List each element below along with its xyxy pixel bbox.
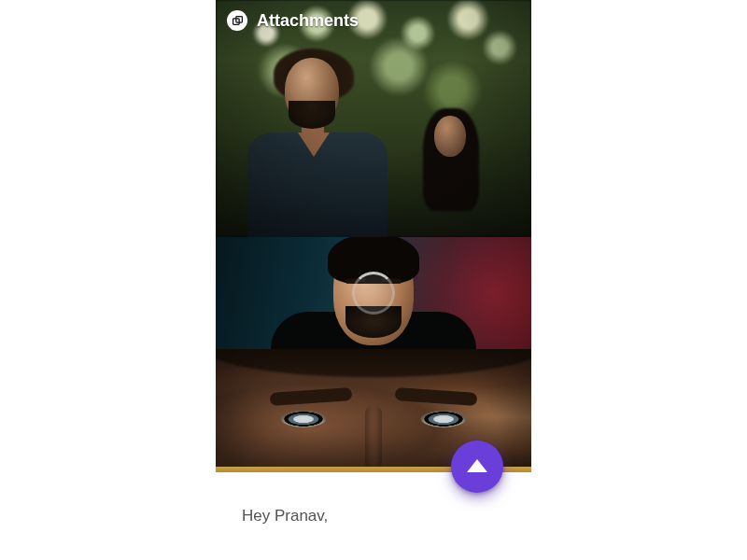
attachment-photo-2[interactable]: [216, 237, 531, 349]
loading-spinner-icon: [352, 272, 395, 315]
attachments-icon[interactable]: [227, 10, 247, 31]
header-bar: Attachments: [216, 0, 531, 41]
message-greeting: Hey Pranav,: [242, 507, 328, 525]
canvas: Attachments Hey Pranav,: [0, 0, 747, 560]
phone-frame: Attachments Hey Pranav,: [216, 0, 531, 560]
expand-fab[interactable]: [451, 441, 503, 493]
chevron-up-icon: [467, 459, 487, 472]
header-title: Attachments: [257, 11, 359, 31]
